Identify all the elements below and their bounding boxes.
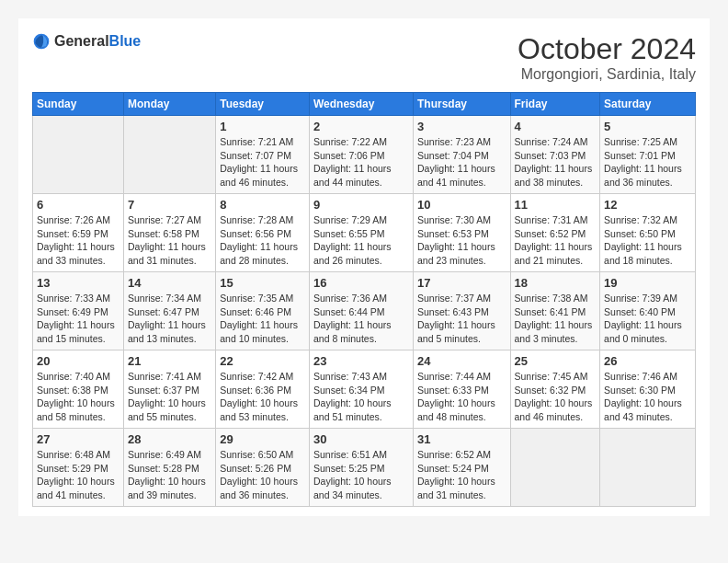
day-info: Sunrise: 7:34 AMSunset: 6:47 PMDaylight:… bbox=[128, 292, 211, 346]
title-block: October 2024 Morgongiori, Sardinia, Ital… bbox=[518, 32, 696, 83]
day-number: 21 bbox=[128, 354, 211, 368]
calendar-day-cell: 21Sunrise: 7:41 AMSunset: 6:37 PMDayligh… bbox=[124, 350, 216, 429]
day-info: Sunrise: 6:48 AMSunset: 5:29 PMDaylight:… bbox=[37, 448, 119, 502]
calendar-day-cell: 9Sunrise: 7:29 AMSunset: 6:55 PMDaylight… bbox=[309, 194, 413, 272]
day-info: Sunrise: 6:51 AMSunset: 5:25 PMDaylight:… bbox=[313, 448, 409, 502]
logo-text: GeneralBlue bbox=[54, 33, 141, 50]
day-number: 17 bbox=[417, 276, 506, 290]
sunrise: Sunrise: 7:36 AM bbox=[313, 293, 387, 304]
header: GeneralBlue October 2024 Morgongiori, Sa… bbox=[32, 32, 696, 83]
sunset: Sunset: 7:06 PM bbox=[313, 150, 385, 161]
calendar-day-cell: 30Sunrise: 6:51 AMSunset: 5:25 PMDayligh… bbox=[309, 429, 413, 507]
sunset: Sunset: 6:52 PM bbox=[515, 228, 586, 239]
logo-blue: Blue bbox=[109, 33, 142, 49]
sunrise: Sunrise: 6:48 AM bbox=[37, 449, 110, 460]
daylight: Daylight: 11 hours and 15 minutes. bbox=[37, 319, 115, 344]
day-number: 25 bbox=[515, 354, 597, 368]
daylight: Daylight: 11 hours and 33 minutes. bbox=[37, 241, 115, 266]
sunset: Sunset: 6:34 PM bbox=[313, 385, 385, 396]
day-number: 23 bbox=[313, 354, 409, 368]
sunset: Sunset: 6:41 PM bbox=[515, 306, 586, 317]
sunset: Sunset: 7:03 PM bbox=[515, 150, 586, 161]
sunrise: Sunrise: 7:25 AM bbox=[604, 136, 677, 147]
day-info: Sunrise: 7:43 AMSunset: 6:34 PMDaylight:… bbox=[313, 370, 409, 424]
calendar-day-cell: 31Sunrise: 6:52 AMSunset: 5:24 PMDayligh… bbox=[414, 429, 511, 507]
day-info: Sunrise: 6:50 AMSunset: 5:26 PMDaylight:… bbox=[220, 448, 305, 502]
sunset: Sunset: 6:59 PM bbox=[37, 228, 108, 239]
calendar-day-cell: 25Sunrise: 7:45 AMSunset: 6:32 PMDayligh… bbox=[510, 350, 600, 429]
day-info: Sunrise: 7:33 AMSunset: 6:49 PMDaylight:… bbox=[37, 292, 119, 346]
day-number: 1 bbox=[220, 120, 305, 133]
day-info: Sunrise: 7:30 AMSunset: 6:53 PMDaylight:… bbox=[417, 213, 506, 268]
day-number: 30 bbox=[313, 432, 409, 446]
daylight: Daylight: 11 hours and 28 minutes. bbox=[220, 241, 298, 266]
day-number: 19 bbox=[604, 276, 691, 290]
calendar-body: 1Sunrise: 7:21 AMSunset: 7:07 PMDaylight… bbox=[33, 116, 696, 507]
weekday-header: Wednesday bbox=[309, 93, 413, 116]
sunset: Sunset: 5:24 PM bbox=[417, 463, 489, 474]
sunrise: Sunrise: 7:46 AM bbox=[604, 371, 677, 382]
sunrise: Sunrise: 7:40 AM bbox=[37, 371, 110, 382]
calendar-day-cell: 19Sunrise: 7:39 AMSunset: 6:40 PMDayligh… bbox=[600, 272, 696, 350]
day-number: 18 bbox=[515, 276, 597, 290]
daylight: Daylight: 10 hours and 43 minutes. bbox=[604, 397, 682, 422]
day-info: Sunrise: 7:28 AMSunset: 6:56 PMDaylight:… bbox=[220, 213, 305, 268]
day-number: 8 bbox=[220, 198, 305, 212]
daylight: Daylight: 10 hours and 34 minutes. bbox=[313, 476, 392, 500]
sunset: Sunset: 5:26 PM bbox=[220, 463, 291, 474]
daylight: Daylight: 10 hours and 36 minutes. bbox=[220, 476, 298, 500]
daylight: Daylight: 11 hours and 10 minutes. bbox=[220, 319, 298, 344]
sunrise: Sunrise: 7:22 AM bbox=[313, 136, 387, 147]
day-info: Sunrise: 7:31 AMSunset: 6:52 PMDaylight:… bbox=[515, 213, 597, 268]
daylight: Daylight: 11 hours and 44 minutes. bbox=[313, 163, 392, 188]
day-info: Sunrise: 7:35 AMSunset: 6:46 PMDaylight:… bbox=[220, 292, 305, 346]
calendar-day-cell bbox=[600, 429, 696, 507]
header-row: SundayMondayTuesdayWednesdayThursdayFrid… bbox=[33, 93, 696, 116]
sunset: Sunset: 5:28 PM bbox=[128, 463, 199, 474]
logo: GeneralBlue bbox=[32, 32, 141, 51]
day-number: 31 bbox=[417, 432, 506, 446]
day-info: Sunrise: 7:37 AMSunset: 6:43 PMDaylight:… bbox=[417, 292, 506, 346]
daylight: Daylight: 10 hours and 53 minutes. bbox=[220, 397, 298, 422]
day-info: Sunrise: 7:42 AMSunset: 6:36 PMDaylight:… bbox=[220, 370, 305, 424]
sunset: Sunset: 6:37 PM bbox=[128, 385, 199, 396]
day-info: Sunrise: 7:46 AMSunset: 6:30 PMDaylight:… bbox=[604, 370, 691, 424]
sunrise: Sunrise: 7:34 AM bbox=[128, 293, 201, 304]
sunrise: Sunrise: 7:21 AM bbox=[220, 136, 293, 147]
day-number: 28 bbox=[128, 432, 211, 446]
calendar-day-cell: 10Sunrise: 7:30 AMSunset: 6:53 PMDayligh… bbox=[414, 194, 511, 272]
calendar-week-row: 1Sunrise: 7:21 AMSunset: 7:07 PMDaylight… bbox=[33, 116, 696, 194]
logo-general: General bbox=[54, 33, 109, 49]
calendar-day-cell: 22Sunrise: 7:42 AMSunset: 6:36 PMDayligh… bbox=[216, 350, 310, 429]
sunrise: Sunrise: 7:28 AM bbox=[220, 214, 293, 225]
day-info: Sunrise: 6:49 AMSunset: 5:28 PMDaylight:… bbox=[128, 448, 211, 502]
daylight: Daylight: 11 hours and 36 minutes. bbox=[604, 163, 682, 188]
sunrise: Sunrise: 7:44 AM bbox=[417, 371, 491, 382]
sunset: Sunset: 6:44 PM bbox=[313, 306, 385, 317]
sunset: Sunset: 6:56 PM bbox=[220, 228, 291, 239]
daylight: Daylight: 10 hours and 39 minutes. bbox=[128, 476, 206, 500]
sunrise: Sunrise: 7:38 AM bbox=[515, 293, 588, 304]
day-number: 27 bbox=[37, 432, 119, 446]
daylight: Daylight: 11 hours and 8 minutes. bbox=[313, 319, 392, 344]
calendar-day-cell: 14Sunrise: 7:34 AMSunset: 6:47 PMDayligh… bbox=[124, 272, 216, 350]
calendar-week-row: 6Sunrise: 7:26 AMSunset: 6:59 PMDaylight… bbox=[33, 194, 696, 272]
sunrise: Sunrise: 7:42 AM bbox=[220, 371, 293, 382]
calendar-day-cell: 12Sunrise: 7:32 AMSunset: 6:50 PMDayligh… bbox=[600, 194, 696, 272]
sunrise: Sunrise: 7:31 AM bbox=[515, 214, 588, 225]
day-info: Sunrise: 7:21 AMSunset: 7:07 PMDaylight:… bbox=[220, 135, 305, 190]
sunset: Sunset: 6:58 PM bbox=[128, 228, 199, 239]
calendar-day-cell: 15Sunrise: 7:35 AMSunset: 6:46 PMDayligh… bbox=[216, 272, 310, 350]
day-number: 16 bbox=[313, 276, 409, 290]
daylight: Daylight: 11 hours and 21 minutes. bbox=[515, 241, 593, 266]
weekday-header: Friday bbox=[510, 93, 600, 116]
day-number: 14 bbox=[128, 276, 211, 290]
sunrise: Sunrise: 7:39 AM bbox=[604, 293, 677, 304]
calendar-week-row: 20Sunrise: 7:40 AMSunset: 6:38 PMDayligh… bbox=[33, 350, 696, 429]
calendar-week-row: 13Sunrise: 7:33 AMSunset: 6:49 PMDayligh… bbox=[33, 272, 696, 350]
day-info: Sunrise: 7:38 AMSunset: 6:41 PMDaylight:… bbox=[515, 292, 597, 346]
calendar-header: SundayMondayTuesdayWednesdayThursdayFrid… bbox=[33, 93, 696, 116]
day-info: Sunrise: 7:24 AMSunset: 7:03 PMDaylight:… bbox=[515, 135, 597, 190]
calendar-day-cell: 6Sunrise: 7:26 AMSunset: 6:59 PMDaylight… bbox=[33, 194, 124, 272]
day-number: 22 bbox=[220, 354, 305, 368]
